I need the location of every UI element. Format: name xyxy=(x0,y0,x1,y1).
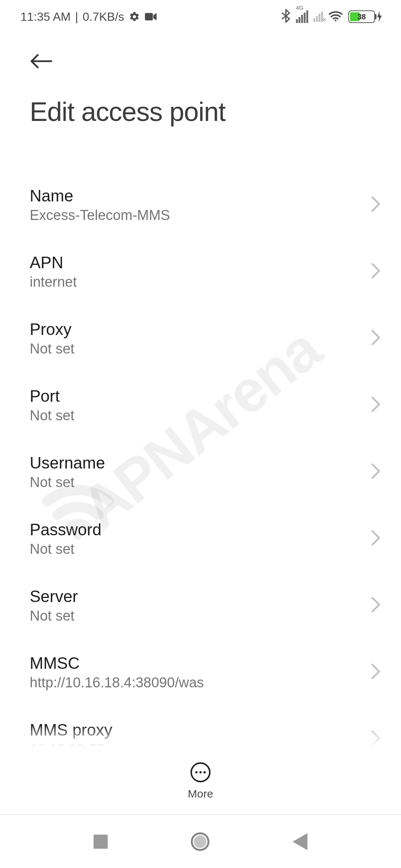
setting-server[interactable]: Server Not set xyxy=(0,572,401,639)
signal-no-sim-icon: ✕ xyxy=(313,11,323,22)
setting-mmsc[interactable]: MMSC http://10.16.18.4:38090/was xyxy=(0,639,401,706)
setting-value: Not set xyxy=(30,341,74,357)
more-label: More xyxy=(188,788,213,800)
chevron-right-icon xyxy=(371,463,381,481)
svg-rect-1 xyxy=(145,13,153,20)
setting-label: Server xyxy=(30,587,78,606)
battery-icon: 38 xyxy=(348,10,382,23)
status-sep: | xyxy=(75,10,78,24)
setting-label: Proxy xyxy=(30,320,74,339)
bluetooth-icon xyxy=(281,9,291,24)
setting-label: Port xyxy=(30,387,74,405)
status-data-rate: 0.7KB/s xyxy=(83,10,124,24)
camera-icon xyxy=(144,12,157,22)
setting-mms-proxy[interactable]: MMS proxy 10.16.18.77 xyxy=(0,706,401,747)
setting-value: Not set xyxy=(30,608,78,624)
svg-point-2 xyxy=(335,20,337,22)
nav-home-button[interactable] xyxy=(191,832,209,851)
setting-value: http://10.16.18.4:38090/was xyxy=(30,675,204,691)
setting-value: Not set xyxy=(30,408,74,424)
chevron-right-icon xyxy=(371,596,381,614)
wifi-icon xyxy=(328,10,343,24)
setting-value: Not set xyxy=(30,474,105,490)
setting-label: Username xyxy=(30,454,105,472)
more-icon xyxy=(190,762,211,782)
setting-label: Name xyxy=(30,187,170,205)
setting-label: APN xyxy=(30,253,77,272)
chevron-right-icon xyxy=(371,329,381,347)
setting-label: MMS proxy xyxy=(30,721,112,739)
chevron-right-icon xyxy=(371,730,381,747)
page-title: Edit access point xyxy=(30,96,371,127)
setting-password[interactable]: Password Not set xyxy=(0,505,401,572)
status-bar: 11:35 AM | 0.7KB/s 4G xyxy=(0,0,401,33)
setting-value: 10.16.18.77 xyxy=(30,742,112,748)
status-left: 11:35 AM | 0.7KB/s xyxy=(20,10,157,24)
nav-recents-button[interactable] xyxy=(94,835,108,849)
setting-apn[interactable]: APN internet xyxy=(0,238,401,305)
settings-list: Name Excess-Telecom-MMS APN internet Pro… xyxy=(0,171,401,747)
chevron-right-icon xyxy=(371,263,381,280)
gear-icon xyxy=(129,11,140,22)
more-button[interactable]: More xyxy=(0,747,401,814)
signal-4g-icon: 4G xyxy=(296,10,308,23)
header: Edit access point xyxy=(0,33,401,127)
setting-value: Excess-Telecom-MMS xyxy=(30,207,170,223)
setting-value: Not set xyxy=(30,541,101,557)
charging-icon xyxy=(376,11,382,22)
chevron-right-icon xyxy=(371,396,381,414)
chevron-right-icon xyxy=(371,530,381,548)
arrow-left-icon xyxy=(30,53,53,70)
chevron-right-icon xyxy=(371,663,381,681)
nav-bar xyxy=(0,814,401,868)
setting-username[interactable]: Username Not set xyxy=(0,438,401,505)
chevron-right-icon xyxy=(371,196,381,214)
setting-label: Password xyxy=(30,520,101,539)
setting-port[interactable]: Port Not set xyxy=(0,372,401,438)
setting-proxy[interactable]: Proxy Not set xyxy=(0,305,401,372)
nav-back-button[interactable] xyxy=(293,833,307,850)
setting-value: internet xyxy=(30,274,77,290)
back-button[interactable] xyxy=(30,48,56,74)
setting-name[interactable]: Name Excess-Telecom-MMS xyxy=(0,171,401,238)
status-time: 11:35 AM xyxy=(20,10,71,24)
status-right: 4G ✕ 38 xyxy=(281,9,382,24)
setting-label: MMSC xyxy=(30,654,204,673)
